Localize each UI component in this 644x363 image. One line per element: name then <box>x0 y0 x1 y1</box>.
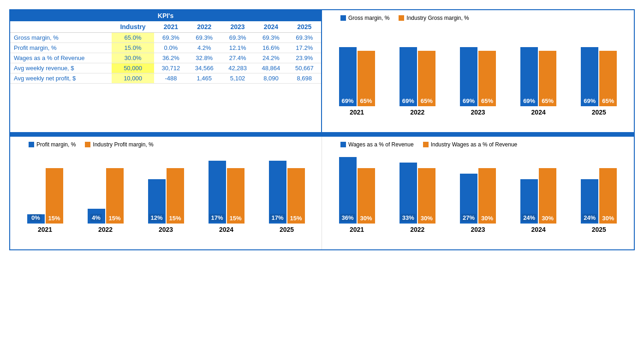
bar-blue-label: 69% <box>523 97 535 104</box>
legend-wages-orange: Industry Wages as a % of Revenue <box>423 141 518 148</box>
legend-wages-orange-dot <box>423 142 429 147</box>
wages-bar-chart: 36%30%202133%30%202227%30%202324%30%2024… <box>327 152 629 245</box>
bar-orange-label: 65% <box>421 97 433 104</box>
year-label: 2022 <box>410 226 424 233</box>
bar-group: 24%30%2025 <box>581 168 617 233</box>
wages-legend: Wages as a % of Revenue Industry Wages a… <box>340 141 629 148</box>
bar-blue: 69% <box>581 47 598 106</box>
row-2024: 69.3% <box>254 33 287 43</box>
bar-blue: 17% <box>209 161 226 224</box>
bar-blue-label: 17% <box>209 214 224 222</box>
bar-blue: 36% <box>339 157 357 224</box>
row-label: Wages as a % of Revenue <box>10 53 112 63</box>
row-label: Avg weekly revenue, $ <box>10 63 112 73</box>
year-label: 2021 <box>350 226 364 233</box>
row-2021: 36.2% <box>154 53 187 63</box>
row-2022: 69.3% <box>188 33 221 43</box>
bar-blue-label: 0% <box>30 214 42 222</box>
bar-blue: 69% <box>400 47 417 106</box>
table-row: Gross margin, % 65.0% 69.3% 69.3% 69.3% … <box>10 33 321 43</box>
legend-gross-orange: Industry Gross margin, % <box>399 15 469 21</box>
col-header-2025: 2025 <box>288 21 321 33</box>
bar-blue: 17% <box>269 161 286 224</box>
row-2023: 27.4% <box>221 53 254 63</box>
row-industry: 30.0% <box>112 53 154 63</box>
bar-orange: 30% <box>539 168 556 224</box>
profit-chart-section: Profit margin, % Industry Profit margin,… <box>10 137 322 249</box>
bar-blue: 0% <box>27 214 45 224</box>
legend-orange-dot <box>399 15 404 21</box>
legend-wages-blue: Wages as a % of Revenue <box>340 141 414 148</box>
row-label: Avg weekly net profit, $ <box>10 73 112 84</box>
bar-orange: 15% <box>227 168 244 224</box>
row-2021: 0.0% <box>154 43 187 53</box>
row-2022: 4.2% <box>188 43 221 53</box>
legend-gross-orange-label: Industry Gross margin, % <box>406 15 469 21</box>
bar-group: 33%30%2022 <box>400 163 435 233</box>
bar-orange-label: 15% <box>169 215 181 222</box>
bar-blue-label: 24% <box>582 214 597 222</box>
legend-profit-blue-dot <box>29 142 34 147</box>
year-label: 2024 <box>531 109 546 116</box>
bar-orange: 30% <box>418 168 435 224</box>
profit-legend: Profit margin, % Industry Profit margin,… <box>29 141 317 148</box>
bar-blue-label: 17% <box>270 214 285 222</box>
row-2023: 42,283 <box>221 63 254 73</box>
year-label: 2023 <box>471 109 485 116</box>
row-2024: 8,090 <box>254 73 287 84</box>
bar-group: 0%15%2021 <box>27 168 63 233</box>
bar-blue-label: 69% <box>584 97 596 104</box>
legend-profit-orange-label: Industry Profit margin, % <box>93 141 153 148</box>
bar-orange-label: 30% <box>602 215 614 222</box>
table-row: Avg weekly net profit, $ 10,000 -488 1,4… <box>10 73 321 84</box>
bar-group: 24%30%2024 <box>520 168 556 233</box>
bar-blue-label: 12% <box>149 214 164 222</box>
bar-orange-label: 65% <box>542 97 554 104</box>
bar-orange: 30% <box>358 168 375 224</box>
bar-orange: 30% <box>599 168 617 224</box>
bar-blue-label: 4% <box>90 214 102 222</box>
row-2024: 24.2% <box>254 53 287 63</box>
kpi-table-section: KPI's Industry 2021 2022 2023 2024 2025 … <box>9 9 322 133</box>
bar-orange: 15% <box>46 168 63 224</box>
gross-legend: Gross margin, % Industry Gross margin, % <box>340 15 629 21</box>
bar-blue: 33% <box>400 163 417 224</box>
table-row: Avg weekly revenue, $ 50,000 30,712 34,5… <box>10 63 321 73</box>
row-industry: 65.0% <box>112 33 154 43</box>
bar-orange: 15% <box>287 168 305 224</box>
row-label: Gross margin, % <box>10 33 112 43</box>
profit-bar-chart: 0%15%20214%15%202212%15%202317%15%202417… <box>15 152 317 245</box>
bar-orange-label: 30% <box>481 215 493 222</box>
bar-group: 17%15%2025 <box>269 161 305 233</box>
bar-group: 69%65%2025 <box>581 47 617 116</box>
col-header-2021: 2021 <box>154 21 187 33</box>
wages-chart-section: Wages as a % of Revenue Industry Wages a… <box>322 137 634 249</box>
row-2025: 50,667 <box>288 63 321 73</box>
year-label: 2023 <box>471 226 485 233</box>
row-2021: 69.3% <box>154 33 187 43</box>
year-label: 2022 <box>98 226 113 233</box>
year-label: 2021 <box>350 109 364 116</box>
bar-group: 12%15%2023 <box>148 168 184 233</box>
row-industry: 10,000 <box>112 73 154 84</box>
bar-group: 69%65%2021 <box>339 47 375 116</box>
legend-profit-orange-dot <box>85 142 90 147</box>
row-2025: 23.9% <box>288 53 321 63</box>
bar-blue: 27% <box>460 174 477 224</box>
bar-group: 36%30%2021 <box>339 157 375 233</box>
row-2022: 32.8% <box>188 53 221 63</box>
gross-margin-chart-section: Gross margin, % Industry Gross margin, %… <box>322 9 635 133</box>
bar-blue: 12% <box>148 179 166 224</box>
row-2023: 12.1% <box>221 43 254 53</box>
legend-blue-dot <box>340 15 346 21</box>
row-2024: 48,864 <box>254 63 287 73</box>
row-2023: 69.3% <box>221 33 254 43</box>
bar-orange-label: 15% <box>229 215 241 222</box>
bottom-section: Profit margin, % Industry Profit margin,… <box>9 137 635 250</box>
kpi-table: Industry 2021 2022 2023 2024 2025 Gross … <box>10 21 321 84</box>
year-label: 2025 <box>280 226 294 233</box>
row-2022: 1,465 <box>188 73 221 84</box>
year-label: 2025 <box>592 109 606 116</box>
legend-gross-blue-label: Gross margin, % <box>348 15 389 21</box>
row-2025: 8,698 <box>288 73 321 84</box>
